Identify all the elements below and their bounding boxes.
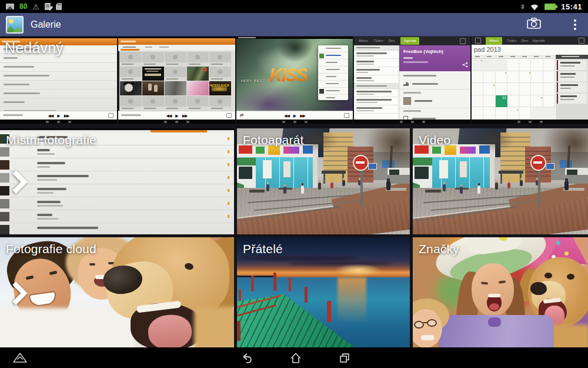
album-cover-figures — [142, 81, 164, 95]
calendar-tab-bar: Měsíc Týden Den Agenda — [354, 37, 470, 45]
pedestrian — [266, 184, 269, 191]
agenda-list — [354, 45, 399, 120]
album-tile-cloud-photos[interactable]: Fotografie cloud — [0, 237, 234, 347]
album-tile-local-photos[interactable]: Místní fotografie — [0, 128, 234, 234]
pedestrian — [330, 183, 333, 188]
pedestrian — [301, 185, 304, 194]
sun-glow — [334, 264, 382, 277]
month-view: pad 2013 21 — [472, 45, 588, 120]
date-icon — [475, 38, 481, 44]
attendee-row — [399, 96, 470, 108]
pier-post — [305, 287, 308, 303]
album-title: Místní fotografie — [6, 133, 96, 147]
album-tile-recent-1-music-list[interactable]: ◀◀ ▶ ▶▶ Nedávný — [0, 37, 117, 124]
pedestrian — [342, 180, 345, 186]
tab-month: Měsíc — [359, 37, 368, 45]
pedestrian — [283, 187, 286, 194]
album-cover-camo — [187, 67, 209, 81]
tab-month: Měsíc — [486, 37, 502, 45]
home-button[interactable] — [283, 347, 309, 368]
album-tile-camera[interactable]: Fotoaparát — [237, 128, 410, 234]
pedestrian — [318, 183, 321, 190]
next-icon: ▶▶ — [300, 114, 305, 118]
event-title: FreeBox (Vojtěch) — [403, 49, 443, 54]
month-event-list — [556, 55, 588, 120]
dock-panel-icon — [12, 352, 28, 364]
album-tile-recent-5-calendar-month[interactable]: Měsíc Týden Den Agenda pad 2013 — [472, 37, 588, 124]
month-grid: 21 — [472, 59, 555, 120]
album-cover-nickelback: NICKELBACK — [209, 81, 231, 95]
pier-post — [237, 321, 240, 341]
page-title: Galerie — [31, 19, 61, 30]
album-title: Fotografie cloud — [6, 242, 96, 256]
overflow-menu-button[interactable] — [568, 16, 582, 34]
shuffle-icon: ⇄ — [240, 112, 244, 118]
home-icon — [289, 352, 302, 364]
playback-controls: ◀◀ ▶ ▶▶ — [0, 111, 117, 120]
album-tile-friends[interactable]: Přátelé — [237, 237, 410, 347]
dog-eye — [544, 273, 552, 279]
album-title: Fotoaparát — [243, 133, 304, 147]
calendar-tab-bar: Měsíc Týden Den Agenda — [472, 37, 588, 45]
battery-icon — [544, 4, 556, 10]
album-cover-persian — [142, 67, 164, 81]
pedestrian — [443, 184, 446, 191]
dock-panel-button[interactable] — [7, 347, 33, 368]
previous-icon: ◀◀ — [48, 114, 54, 118]
play-icon: ▶ — [57, 114, 59, 118]
back-button[interactable] — [234, 347, 260, 368]
album-tile-tags[interactable]: Značky — [413, 237, 588, 347]
dog-eye — [567, 274, 574, 280]
warning-icon: ⚠ — [32, 3, 39, 11]
library-tabs — [118, 45, 235, 51]
album-tile-recent-2-album-grid[interactable]: NICKELBACK ◀◀ ▶ ▶▶ — [118, 37, 235, 124]
event-header: FreeBox (Vojtěch) — [399, 45, 470, 71]
sun-reflection — [338, 277, 367, 324]
pedestrian — [460, 187, 463, 194]
playlist-popup — [318, 45, 348, 100]
playback-controls: ⇄ ◀◀ ▶ ▶▶ — [236, 111, 353, 120]
playback-controls: ◀◀ ▶ ▶▶ — [118, 111, 235, 120]
play-icon: ▶ — [293, 114, 296, 118]
album-title: Značky — [419, 242, 459, 256]
tab-day: Den — [522, 37, 528, 45]
pedestrian — [477, 185, 480, 194]
previous-icon: ◀◀ — [284, 114, 289, 118]
clock: 15:41 — [561, 2, 582, 11]
pedestrian — [507, 183, 510, 188]
recents-button[interactable] — [332, 347, 358, 368]
thumbs-up-icon — [344, 113, 349, 118]
next-icon: ▶▶ — [182, 114, 188, 118]
album-tile-recent-3-now-playing[interactable]: VERY BEST OF KISS ⇄ ◀◀ ▶ ▶▶ — [236, 37, 353, 124]
tab-week: Týden — [373, 37, 383, 45]
clipboard-edit-icon — [45, 3, 51, 10]
album-grid: NICKELBACK — [119, 51, 235, 111]
recents-icon — [338, 352, 351, 364]
kiss-logo-text: KISS — [269, 65, 307, 86]
thumbs-up-icon — [108, 113, 113, 118]
previous-icon: ◀◀ — [166, 114, 172, 118]
album-tile-video[interactable]: Video — [413, 128, 588, 234]
photo-notification-icon — [6, 4, 14, 9]
camera-button[interactable] — [522, 14, 546, 35]
next-icon: ▶▶ — [64, 114, 69, 118]
pier-post — [239, 289, 241, 301]
system-nav-bar — [0, 347, 588, 368]
data-activity-icon — [521, 4, 524, 9]
wifi-icon — [530, 3, 539, 11]
signal-strength-text: 80 — [19, 2, 27, 11]
album-title: Video — [419, 133, 450, 147]
event-detail-panel: FreeBox (Vojtěch) — [399, 45, 470, 120]
month-title: pad 2013 — [474, 46, 501, 53]
gallery-app-icon[interactable] — [6, 16, 24, 34]
album-cover-pink — [187, 81, 209, 95]
album-cover-bw — [165, 81, 186, 95]
dog-nose — [530, 282, 547, 295]
album-tile-recent-4-calendar-agenda[interactable]: Měsíc Týden Den Agenda FreeBox (Vojtěch) — [354, 37, 470, 124]
boy-glasses — [414, 321, 424, 329]
blue-sign — [368, 163, 377, 170]
status-bar: 80 ⚠ 15:41 — [0, 0, 588, 13]
pedestrian — [564, 181, 569, 190]
album-title: Nedávný — [5, 39, 64, 57]
date-icon — [460, 38, 466, 44]
